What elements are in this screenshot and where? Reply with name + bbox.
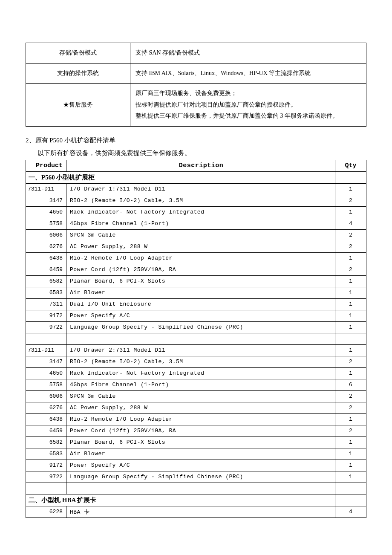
product-description: Power Cord (12ft) 250V/10A, RA <box>66 264 335 275</box>
header-description: Description <box>66 160 335 171</box>
product-code: 4650 <box>26 367 66 379</box>
product-qty: 6 <box>335 379 366 390</box>
product-description: Planar Board, 6 PCI-X Slots <box>66 436 335 448</box>
product-description: Planar Board, 6 PCI-X Slots <box>66 275 335 287</box>
table-row: 4650Rack Indicator- Not Factory Integrat… <box>26 367 366 379</box>
spacer-row <box>26 333 366 344</box>
product-description: I/O Drawer 1:7311 Model D11 <box>66 183 335 195</box>
product-description: Rio-2 Remote I/O Loop Adapter <box>66 413 335 425</box>
section-heading: 2、原有 P560 小机扩容配件清单 <box>26 135 366 145</box>
product-code: 6006 <box>26 390 66 402</box>
product-description: HBA 卡 <box>66 506 335 517</box>
product-qty: 2 <box>335 402 366 413</box>
product-code: 9722 <box>26 471 66 483</box>
product-code: 4650 <box>26 206 66 218</box>
product-code: 6583 <box>26 448 66 460</box>
product-code: 6276 <box>26 241 66 252</box>
product-qty: 2 <box>335 356 366 367</box>
table-row: 6459Power Cord (12ft) 250V/10A, RA2 <box>26 425 366 436</box>
empty-cell <box>26 333 66 344</box>
spec-label: 支持的操作系统 <box>26 63 130 84</box>
spacer-row <box>26 483 366 494</box>
table-row: 9722Language Group Specify - Simplified … <box>26 471 366 483</box>
product-description: Rack Indicator- Not Factory Integrated <box>66 206 335 218</box>
product-code: 7311-D11 <box>26 344 66 356</box>
product-qty: 1 <box>335 298 366 310</box>
product-qty: 2 <box>335 264 366 275</box>
spec-label: ★售后服务 <box>26 84 130 127</box>
table-row: 6459Power Cord (12ft) 250V/10A, RA2 <box>26 264 366 275</box>
table-row: 6582Planar Board, 6 PCI-X Slots1 <box>26 275 366 287</box>
table-row: 6582Planar Board, 6 PCI-X Slots1 <box>26 436 366 448</box>
product-description: Air Blower <box>66 287 335 298</box>
table-row: 6228HBA 卡4 <box>26 506 366 517</box>
table-row: 6438Rio-2 Remote I/O Loop Adapter1 <box>26 413 366 425</box>
table-row: 7311-D11I/O Drawer 2:7311 Model D111 <box>26 344 366 356</box>
product-description: SPCN 3m Cable <box>66 390 335 402</box>
product-description: Rack Indicator- Not Factory Integrated <box>66 367 335 379</box>
product-qty: 1 <box>335 460 366 471</box>
table-row: 57584Gbps Fibre Channel (1-Port)6 <box>26 379 366 390</box>
spec-value: 原厂商三年现场服务、设备免费更换； 投标时需提供原厂针对此项目的加盖原厂商公章的… <box>130 84 366 127</box>
table-row: 6438Rio-2 Remote I/O Loop Adapter1 <box>26 252 366 264</box>
product-description: SPCN 3m Cable <box>66 229 335 241</box>
empty-cell <box>66 483 335 494</box>
product-description: Power Cord (12ft) 250V/10A, RA <box>66 425 335 436</box>
product-qty: 2 <box>335 241 366 252</box>
product-qty: 4 <box>335 506 366 517</box>
product-qty: 1 <box>335 413 366 425</box>
product-qty: 4 <box>335 218 366 229</box>
section-title: 二、小型机 HBA 扩展卡 <box>26 494 335 506</box>
product-code: 9172 <box>26 460 66 471</box>
table-row: 9172Power Specify A/C1 <box>26 310 366 321</box>
product-description: RIO-2 (Remote I/O-2) Cable, 3.5M <box>66 195 335 206</box>
spec-row: 支持的操作系统支持 IBM AIX、Solaris、Linux、Windows、… <box>26 63 366 84</box>
product-description: Air Blower <box>66 448 335 460</box>
empty-cell <box>66 333 335 344</box>
product-description: Power Specify A/C <box>66 310 335 321</box>
spec-row: 存储/备份模式支持 SAN 存储/备份模式 <box>26 43 366 64</box>
product-code: 6438 <box>26 413 66 425</box>
product-description: Language Group Specify - Simplified Chin… <box>66 471 335 483</box>
product-description: Language Group Specify - Simplified Chin… <box>66 321 335 333</box>
product-qty: 1 <box>335 183 366 195</box>
product-description: I/O Drawer 2:7311 Model D11 <box>66 344 335 356</box>
empty-cell <box>335 483 366 494</box>
product-code: 6276 <box>26 402 66 413</box>
spec-table: 存储/备份模式支持 SAN 存储/备份模式支持的操作系统支持 IBM AIX、S… <box>26 43 366 127</box>
parts-table: Product Description Qty 一、P560 小型机扩展柜731… <box>26 160 366 518</box>
product-code: 7311 <box>26 298 66 310</box>
table-row: 3147RIO-2 (Remote I/O-2) Cable, 3.5M2 <box>26 356 366 367</box>
product-description: AC Power Supply, 288 W <box>66 402 335 413</box>
product-code: 3147 <box>26 195 66 206</box>
product-qty: 1 <box>335 252 366 264</box>
product-description: Dual I/O Unit Enclosure <box>66 298 335 310</box>
table-row: 6583Air Blower1 <box>26 287 366 298</box>
header-qty: Qty <box>335 160 366 171</box>
spec-value: 支持 SAN 存储/备份模式 <box>130 43 366 64</box>
section-qty-empty <box>335 171 366 183</box>
product-qty: 1 <box>335 436 366 448</box>
product-qty: 1 <box>335 367 366 379</box>
section-subheading: 以下所有扩容设备，供货商须免费提供三年保修服务。 <box>26 148 366 158</box>
table-row: 57584Gbps Fibre Channel (1-Port)4 <box>26 218 366 229</box>
table-row: 6276AC Power Supply, 288 W2 <box>26 241 366 252</box>
empty-cell <box>335 333 366 344</box>
table-row: 6006SPCN 3m Cable2 <box>26 390 366 402</box>
table-row: 6583Air Blower1 <box>26 448 366 460</box>
table-row: 4650Rack Indicator- Not Factory Integrat… <box>26 206 366 218</box>
section-title: 一、P560 小型机扩展柜 <box>26 171 335 183</box>
table-row: 3147RIO-2 (Remote I/O-2) Cable, 3.5M2 <box>26 195 366 206</box>
section-title-row: 一、P560 小型机扩展柜 <box>26 171 366 183</box>
product-description: Power Specify A/C <box>66 460 335 471</box>
table-row: 6276AC Power Supply, 288 W2 <box>26 402 366 413</box>
section-qty-empty <box>335 494 366 506</box>
product-code: 5758 <box>26 218 66 229</box>
product-code: 6459 <box>26 425 66 436</box>
product-code: 9172 <box>26 310 66 321</box>
product-qty: 2 <box>335 229 366 241</box>
product-qty: 2 <box>335 425 366 436</box>
product-code: 6582 <box>26 436 66 448</box>
product-qty: 2 <box>335 195 366 206</box>
table-row: 7311-D11I/O Drawer 1:7311 Model D111 <box>26 183 366 195</box>
